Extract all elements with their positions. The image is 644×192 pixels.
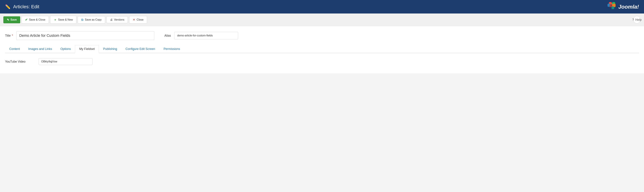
save-copy-button[interactable]: ⧉ Save as Copy	[78, 16, 105, 24]
help-icon: ?	[632, 18, 634, 22]
alias-label: Alias	[164, 34, 171, 37]
save-icon: ✎	[7, 18, 9, 21]
joomla-logo: Joomla!	[607, 2, 639, 12]
tab-my-fieldset[interactable]: My Fieldset	[75, 45, 99, 53]
toolbar: ✎ Save ✔ Save & Close ＋ Save & New ⧉ Sav…	[0, 14, 644, 26]
close-icon: ✕	[133, 18, 135, 22]
tab-content: YouTube Video	[5, 53, 639, 73]
title-input[interactable]	[16, 31, 154, 40]
app-header: ✏️ Articles: Edit Joomla!	[0, 0, 644, 14]
tabs-nav: ContentImages and LinksOptionsMy Fieldse…	[5, 45, 639, 53]
versions-button[interactable]: 🖨 Versions	[106, 16, 128, 23]
save-close-button[interactable]: ✔ Save & Close	[22, 16, 49, 24]
save-copy-label: Save as Copy	[85, 18, 102, 21]
save-close-label: Save & Close	[29, 18, 45, 21]
title-row: Title * Alias	[5, 31, 639, 40]
versions-label: Versions	[114, 18, 124, 21]
title-required: *	[12, 34, 13, 37]
save-new-button[interactable]: ＋ Save & New	[50, 16, 76, 24]
main-content: Title * Alias ContentImages and LinksOpt…	[0, 26, 644, 73]
versions-icon: 🖨	[110, 18, 113, 21]
youtube-label: YouTube Video	[5, 60, 35, 63]
tab-content[interactable]: Content	[5, 45, 24, 53]
edit-icon: ✏️	[5, 4, 10, 10]
tab-configure-edit-screen[interactable]: Configure Edit Screen	[121, 45, 159, 53]
page-title: Articles: Edit	[13, 4, 39, 10]
svg-rect-1	[612, 7, 614, 9]
save-label: Save	[10, 18, 17, 21]
joomla-logo-text: Joomla!	[618, 4, 639, 10]
close-button[interactable]: ✕ Close	[129, 16, 147, 24]
tab-options[interactable]: Options	[56, 45, 75, 53]
close-label: Close	[136, 18, 144, 21]
tab-permissions[interactable]: Permissions	[159, 45, 184, 53]
title-label: Title *	[5, 34, 13, 37]
help-label: Help	[636, 18, 642, 22]
save-new-label: Save & New	[58, 18, 73, 21]
help-button[interactable]: ? Help	[633, 16, 641, 24]
tab-images-links[interactable]: Images and Links	[24, 45, 56, 53]
youtube-field-row: YouTube Video	[5, 58, 639, 65]
copy-icon: ⧉	[81, 18, 84, 22]
checkmark-icon: ✔	[25, 18, 28, 22]
alias-input[interactable]	[174, 32, 238, 39]
header-left: ✏️ Articles: Edit	[5, 4, 39, 10]
plus-icon: ＋	[54, 18, 57, 22]
youtube-input[interactable]	[39, 58, 92, 65]
joomla-emblem-icon	[607, 2, 616, 12]
tab-publishing[interactable]: Publishing	[99, 45, 121, 53]
save-button[interactable]: ✎ Save	[3, 16, 20, 23]
